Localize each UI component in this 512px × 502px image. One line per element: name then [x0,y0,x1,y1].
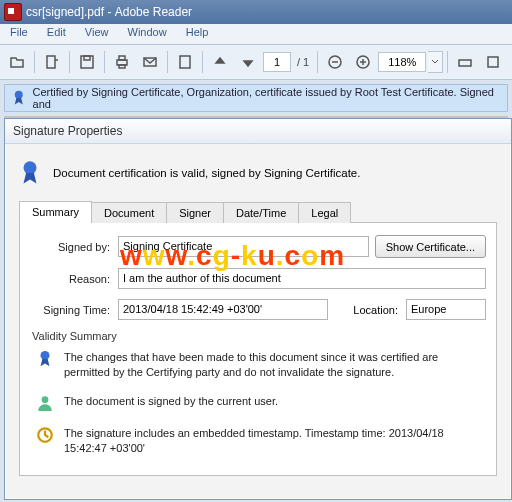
reason-label: Reason: [30,273,110,285]
toolbar-separator [447,51,448,73]
tab-legal[interactable]: Legal [298,202,351,223]
location-label: Location: [338,304,398,316]
tab-datetime[interactable]: Date/Time [223,202,299,223]
menubar: File Edit View Window Help [0,24,512,45]
mail-icon[interactable] [137,49,163,75]
validity-item: The signature includes an embedded times… [36,426,486,456]
validity-item-text: The document is signed by the current us… [64,394,278,409]
toolbar-separator [69,51,70,73]
tabs: Summary Document Signer Date/Time Legal [19,200,497,223]
svg-point-14 [41,351,50,360]
zoom-in-icon[interactable] [350,49,376,75]
toolbar-separator [317,51,318,73]
svg-point-12 [15,91,23,99]
svg-rect-10 [459,60,471,66]
svg-rect-0 [47,56,55,68]
tab-summary[interactable]: Summary [19,201,92,223]
zoom-out-icon[interactable] [322,49,348,75]
svg-point-13 [24,161,37,174]
tool-a-icon[interactable] [452,49,478,75]
certification-message: Document certification is valid, signed … [19,160,497,186]
app-icon [4,3,22,21]
validity-item-text: The changes that have been made to this … [64,350,486,380]
app-window: csr[signed].pdf - Adobe Reader File Edit… [0,0,512,502]
zoom-value[interactable]: 118% [378,52,426,72]
svg-rect-4 [119,56,125,60]
toolbar-separator [167,51,168,73]
signature-properties-dialog: Signature Properties Document certificat… [4,118,512,500]
page-total-label: / 1 [297,56,309,68]
svg-point-15 [42,396,49,403]
menu-view[interactable]: View [77,24,117,40]
page-thumbnails-icon[interactable] [172,49,198,75]
toolbar-separator [34,51,35,73]
zoom-dropdown-icon[interactable] [428,51,443,73]
tool-b-icon[interactable] [480,49,506,75]
svg-rect-1 [81,56,93,68]
menu-file[interactable]: File [2,24,36,40]
tab-document[interactable]: Document [91,202,167,223]
signing-time-label: Signing Time: [30,304,110,316]
user-icon [36,394,54,412]
dialog-title: Signature Properties [5,119,511,144]
clock-icon [36,426,54,444]
toolbar: 1 / 1 118% [0,45,512,80]
page-up-icon[interactable] [207,49,233,75]
reason-field[interactable]: I am the author of this document [118,268,486,289]
save-icon[interactable] [74,49,100,75]
toolbar-separator [202,51,203,73]
svg-rect-5 [119,65,125,68]
signed-by-label: Signed by: [30,241,110,253]
print-icon[interactable] [109,49,135,75]
menu-help[interactable]: Help [178,24,217,40]
signed-by-field[interactable]: Signing Certificate [118,236,369,257]
validity-item: The changes that have been made to this … [36,350,486,380]
validity-summary-title: Validity Summary [32,330,486,342]
location-field[interactable]: Europe [406,299,486,320]
menu-window[interactable]: Window [120,24,175,40]
title-document: csr[signed].pdf [26,5,104,19]
title-app: Adobe Reader [115,5,192,19]
validity-item-text: The signature includes an embedded times… [64,426,486,456]
svg-rect-11 [488,57,498,67]
show-certificate-button[interactable]: Show Certificate... [375,235,486,258]
title-sep: - [104,5,115,19]
certification-text: Certified by Signing Certificate, Organi… [33,86,501,110]
validity-item: The document is signed by the current us… [36,394,486,412]
export-pdf-icon[interactable] [39,49,65,75]
signing-time-field[interactable]: 2013/04/18 15:42:49 +03'00' [118,299,328,320]
toolbar-separator [104,51,105,73]
tab-panel-summary: Signed by: Signing Certificate Show Cert… [19,223,497,476]
open-icon[interactable] [4,49,30,75]
menu-edit[interactable]: Edit [39,24,74,40]
tab-signer[interactable]: Signer [166,202,224,223]
svg-rect-7 [180,56,190,68]
ribbon-icon [19,160,41,186]
certification-bar: Certified by Signing Certificate, Organi… [4,84,508,112]
page-number-input[interactable]: 1 [263,52,291,72]
ribbon-icon [11,90,27,106]
ribbon-icon [36,350,54,368]
certification-message-text: Document certification is valid, signed … [53,167,360,179]
titlebar: csr[signed].pdf - Adobe Reader [0,0,512,24]
page-down-icon[interactable] [235,49,261,75]
svg-rect-2 [84,56,90,60]
